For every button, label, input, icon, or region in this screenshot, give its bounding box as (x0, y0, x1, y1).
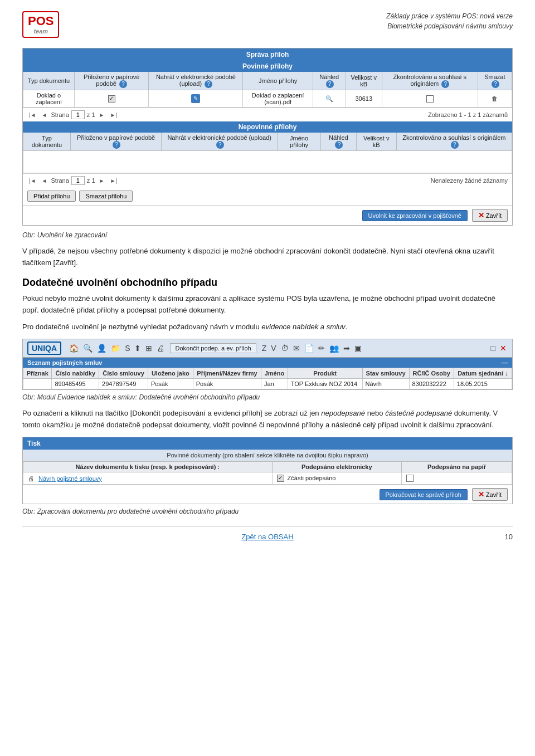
nenalezeny-text: Nenalezeny žádné záznamy (431, 177, 508, 184)
text4-part2: nebo (365, 409, 385, 417)
col-cislo-nabidky: Číslo nabídky (52, 368, 99, 379)
col-ulozeno: Uloženo jako (148, 368, 193, 379)
opt-prev-btn[interactable]: ◄ (40, 177, 49, 184)
checkbox-zkontr[interactable] (426, 95, 434, 103)
page-input-2[interactable] (71, 176, 85, 185)
mandatory-header: Povinné přílohy (23, 61, 512, 72)
header-title: Základy práce v systému POS: nová verze … (386, 11, 513, 31)
cell-smazat[interactable]: 🗑 (478, 90, 512, 108)
clock-icon[interactable]: ⏱ (280, 343, 290, 353)
col-jmeno: Jméno přílohy (243, 72, 313, 90)
search-icon[interactable]: 🔍 (82, 343, 94, 353)
printer-icon[interactable]: 🖨 (28, 475, 34, 482)
home-icon[interactable]: 🏠 (68, 343, 80, 353)
opt-first-btn[interactable]: |◄ (27, 177, 38, 184)
tisk-table: Název dokumentu k tisku (resp. k podepis… (23, 461, 512, 485)
envelope-icon[interactable]: ✉ (292, 343, 301, 353)
doc-icon[interactable]: 📄 (303, 343, 315, 353)
help-zkontr[interactable]: ? (441, 80, 449, 88)
zavrit-button-1[interactable]: ✕ Zavřít (472, 209, 508, 222)
person-icon[interactable]: 👤 (96, 343, 108, 353)
next-page-btn[interactable]: ► (98, 111, 106, 119)
opt-help-pril[interactable]: ? (113, 141, 120, 149)
v-icon[interactable]: V (270, 343, 277, 353)
zavrit-button-2[interactable]: ✕ Zavřít (472, 488, 508, 501)
checkbox-papir[interactable] (406, 475, 414, 482)
table-row[interactable]: 890485495 2947897549 Posák Posák Jan TOP… (23, 379, 512, 389)
edit2-icon[interactable]: ✏ (317, 343, 326, 353)
edit-icon[interactable]: ✎ (191, 94, 200, 103)
col-smazat: Smazat ? (478, 72, 512, 90)
table-row: Doklad o zaplacení ✎ Doklad o zaplacení … (23, 90, 512, 108)
caption-1: Obr: Uvolnění ke zpracování (22, 231, 513, 239)
help-nahrat[interactable]: ? (205, 80, 212, 88)
text4-part1: Po označení a kliknutí na tlačítko [Doko… (22, 409, 321, 417)
page-number: 10 (505, 533, 513, 541)
prev-page-btn[interactable]: ◄ (40, 111, 49, 119)
col-priznak: Příznak (23, 368, 52, 379)
tisk-col-nazev: Název dokumentu k tisku (resp. k podepis… (23, 461, 273, 472)
checkbox-elektronicky[interactable] (277, 475, 284, 482)
pokracovat-button[interactable]: Pokračovat ke správě příloh (380, 489, 468, 500)
zavrit2-label: Zavřít (486, 491, 502, 498)
nazev-link[interactable]: Návrh pojistné smlouvy (38, 475, 102, 482)
help-smazat[interactable]: ? (492, 80, 499, 88)
text-castecne: částečně podepsané (385, 409, 452, 417)
back-to-contents-link[interactable]: Zpět na OBSAH (241, 533, 293, 541)
uvolnit-button[interactable]: Uvolnit ke zpracování v pojišťovně (362, 210, 468, 221)
tisk-header: Tisk (23, 437, 512, 450)
tisk-col-elektronicky: Podepsáno elektronicky (272, 461, 402, 472)
close-x-icon: ✕ (478, 211, 484, 220)
opt-col-prilozeno: Přiloženo v papírové podobě ? (70, 133, 161, 151)
cell-nahled[interactable]: 🔍 (313, 90, 346, 108)
body-text-3: Pro dodatečné uvolnění je nezbytné vyhle… (22, 321, 513, 333)
tisk-col-papir: Podepsáno na papíř (402, 461, 512, 472)
s-icon[interactable]: S (124, 343, 131, 353)
page-of: z 1 (87, 111, 95, 118)
minimize-icon[interactable]: □ (490, 343, 497, 353)
tisk-cell-nazev: 🖨 Návrh pojistné smlouvy (23, 472, 273, 485)
close2-icon[interactable]: ✕ (499, 343, 508, 353)
opt-help-nahled[interactable]: ? (335, 141, 343, 149)
section-title: Seznam pojistných smluv (27, 359, 102, 366)
opt-last-btn[interactable]: ►| (108, 177, 119, 184)
opt-help-nahr[interactable]: ? (216, 141, 224, 149)
opt-next-btn[interactable]: ► (98, 177, 106, 184)
page-input-1[interactable] (71, 110, 85, 119)
collapse-icon[interactable]: — (502, 359, 508, 366)
arrow-icon[interactable]: ➡ (342, 343, 351, 353)
person2-icon[interactable]: 👥 (328, 343, 340, 353)
zavrit-label: Zavřít (486, 212, 502, 219)
row-ulozeno: Posák (148, 379, 193, 389)
page-label: Strana (51, 111, 69, 118)
col-produkt: Produkt (288, 368, 362, 379)
header-line1: Základy práce v systému POS: nová verze (386, 11, 513, 21)
box-icon[interactable]: ▣ (353, 343, 363, 353)
optional-table: Typ dokumentu Přiloženo v papírové podob… (23, 133, 512, 173)
row-priznak (23, 379, 52, 389)
panel-footer-buttons: Přidat přílohu Smazat přílohu (23, 187, 512, 205)
grid-icon[interactable]: ⊞ (144, 343, 153, 353)
opt-col-jmeno: Jméno přílohy (278, 133, 321, 151)
smazat-prilohu-button[interactable]: Smazat přílohu (79, 191, 133, 202)
uniqa-table: Příznak Číslo nabídky Číslo smlouvy Ulož… (23, 368, 512, 389)
upload-icon[interactable]: ⬆ (133, 343, 142, 353)
panel-main-header: Správa příloh (23, 48, 512, 61)
col-nahled: Náhled ? (313, 72, 346, 90)
pridat-prilohu-button[interactable]: Přidat přílohu (27, 191, 76, 202)
folder-icon[interactable]: 📁 (110, 343, 121, 353)
last-page-btn[interactable]: ►| (108, 111, 119, 119)
help-prilozeno[interactable]: ? (119, 80, 127, 88)
first-page-btn[interactable]: |◄ (27, 111, 38, 119)
opt-help-zkontr[interactable]: ? (451, 141, 459, 149)
cell-prilozeno (74, 90, 148, 108)
evidence-text: evidence nabídek a smluv (261, 323, 345, 331)
checkbox-prilozeno[interactable] (108, 95, 115, 103)
z-icon[interactable]: Z (261, 343, 268, 353)
col-prijmeni: Příjmení/Název firmy (193, 368, 261, 379)
row-produkt: TOP Exklusiv NOZ 2014 (288, 379, 362, 389)
zcastipodepsano-text: Zčásti podepsáno (288, 475, 336, 481)
help-nahled[interactable]: ? (326, 80, 334, 88)
print-icon[interactable]: 🖨 (155, 343, 166, 353)
pagination-controls-2: |◄ ◄ Strana z 1 ► ►| (27, 176, 119, 185)
